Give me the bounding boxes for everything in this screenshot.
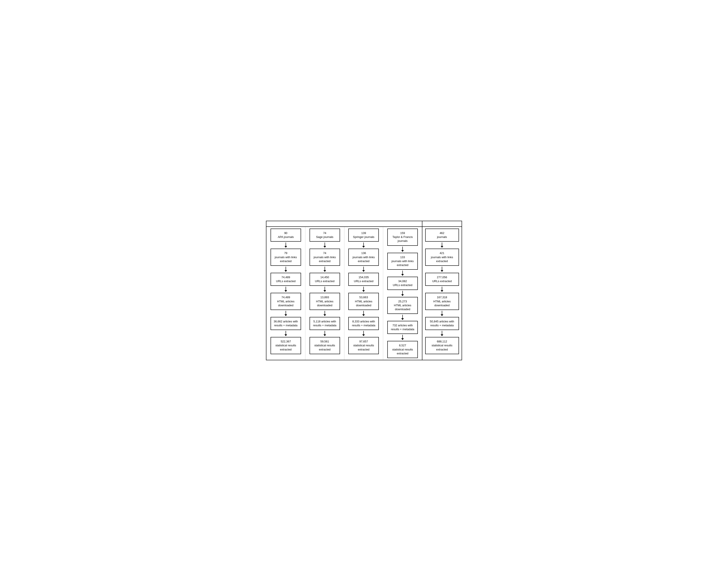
box-sage-4: 5,118 articles with results + metadata [310, 317, 340, 330]
box-springer-5: 97,657statistical results extracted [348, 337, 379, 354]
arrow [362, 311, 365, 316]
box-sage-1: 74journals with links extracted [310, 249, 340, 266]
box-taylor-5: 8,527statistical results extracted [387, 341, 418, 358]
box-sage-2: 14,450URLs extracted [310, 273, 340, 286]
total-arrow [441, 331, 443, 336]
total-box-0: 462journals [425, 228, 459, 242]
column-springer: 139Springer journals136journals with lin… [344, 227, 383, 360]
arrow [323, 267, 326, 272]
arrow [401, 271, 404, 276]
total-box-1: 421journals with links extracted [425, 249, 459, 266]
box-springer-2: 154,035URLs extracted [348, 273, 379, 286]
arrow [401, 315, 404, 320]
content-row: 90APA journals79journals with links extr… [266, 227, 462, 360]
arrow [285, 267, 287, 272]
box-taylor-1: 133journals with links extracted [387, 253, 418, 270]
box-springer-1: 136journals with links extracted [348, 249, 379, 266]
box-taylor-4: 732 articles with results + metadata [387, 321, 418, 334]
arrow [401, 291, 404, 296]
box-apa-2: 74,489URLs extracted [270, 273, 301, 286]
box-taylor-3: 25,273HTML articles downloaded [387, 297, 418, 314]
total-box-3: 167,318HTML articles downloaded [425, 293, 459, 310]
arrow [323, 243, 326, 248]
arrow [401, 335, 404, 340]
box-apa-5: 522,367statistical results extracted [270, 337, 301, 354]
total-arrow [441, 287, 443, 292]
box-taylor-2: 34,082URLs extracted [387, 277, 418, 290]
arrow [285, 243, 287, 248]
box-apa-3: 74,489HTML articles downloaded [270, 293, 301, 310]
column-sage: 74Sage journals74journals with links ext… [305, 227, 344, 360]
box-taylor-0: 159Taylor & Francis journals [387, 228, 418, 246]
total-arrow [441, 311, 443, 316]
box-apa-1: 79journals with links extracted [270, 249, 301, 266]
box-springer-3: 53,663HTML articles downloaded [348, 293, 379, 310]
box-sage-3: 13,893HTML articles downloaded [310, 293, 340, 310]
arrow [323, 287, 326, 292]
arrow [285, 331, 287, 336]
column-taylor: 159Taylor & Francis journals133journals … [383, 227, 422, 360]
flowchart-table: 90APA journals79journals with links extr… [266, 221, 462, 360]
box-apa-4: 36,662 articles with results + metadata [270, 317, 301, 330]
total-box-4: 50,845 articles with results + metadata [425, 317, 459, 330]
arrow [362, 287, 365, 292]
arrow [362, 243, 365, 248]
box-sage-5: 59,561statistical results extracted [310, 337, 340, 354]
arrow [285, 311, 287, 316]
total-header [422, 221, 462, 226]
total-arrow [441, 243, 443, 248]
box-apa-0: 90APA journals [270, 228, 301, 242]
per-journal-section: 90APA journals79journals with links extr… [266, 227, 422, 360]
arrow [285, 287, 287, 292]
arrow [323, 331, 326, 336]
arrow [362, 267, 365, 272]
header-row [266, 221, 462, 227]
total-box-5: 688,112statistical results extracted [425, 337, 459, 354]
box-sage-0: 74Sage journals [310, 228, 340, 242]
box-springer-0: 139Springer journals [348, 228, 379, 242]
total-box-2: 277,056URLs extracted [425, 273, 459, 286]
box-springer-4: 8,333 articles with results + metadata [348, 317, 379, 330]
total-section: 462journals421journals with links extrac… [422, 227, 462, 360]
total-arrow [441, 267, 443, 272]
arrow [401, 247, 404, 252]
per-journal-header [266, 221, 422, 226]
arrow [323, 311, 326, 316]
column-apa: 90APA journals79journals with links extr… [266, 227, 305, 360]
arrow [362, 331, 365, 336]
